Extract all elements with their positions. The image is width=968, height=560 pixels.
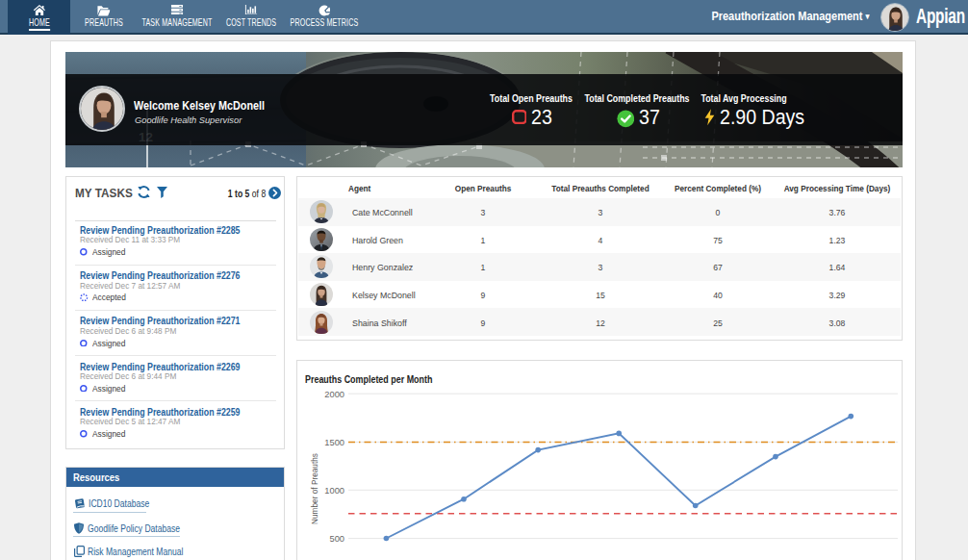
svg-text:2000: 2000 (324, 390, 344, 399)
svg-text:1000: 1000 (324, 486, 344, 496)
svg-text:12: 12 (139, 130, 153, 144)
svg-text:500: 500 (329, 534, 344, 544)
svg-text:Number of Preauths: Number of Preauths (310, 453, 319, 524)
svg-text:1500: 1500 (324, 438, 344, 447)
